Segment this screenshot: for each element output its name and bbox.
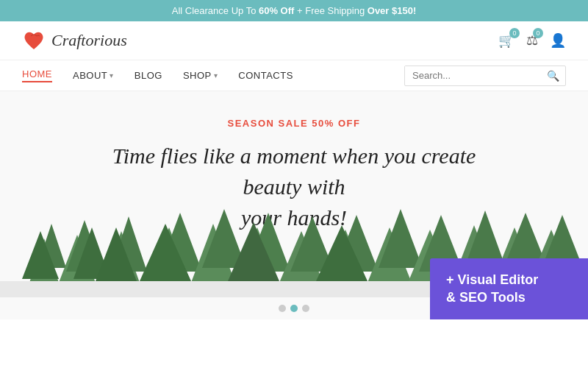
top-banner: All Clearance Up To 60% Off + Free Shipp…: [0, 0, 588, 21]
header-icons: 🛒 0 ⚖ 0 👤: [498, 32, 566, 49]
nav-shop[interactable]: SHOP ▾: [183, 70, 218, 81]
banner-highlight2: Over $150!: [368, 5, 417, 16]
cart-icon-wrap[interactable]: 🛒 0: [498, 32, 514, 49]
user-icon-wrap[interactable]: 👤: [550, 32, 566, 49]
carousel-dots: [279, 305, 309, 312]
nav-about[interactable]: ABOUT ▾: [73, 70, 114, 81]
user-icon: 👤: [550, 33, 566, 48]
shop-dropdown-arrow: ▾: [214, 71, 218, 79]
nav-contacts[interactable]: CONTACTS: [238, 70, 293, 81]
hero-section: SEASON SALE 50% OFF Time flies like a mo…: [0, 91, 588, 319]
nav-blog[interactable]: BLOG: [135, 70, 162, 81]
visual-editor-badge[interactable]: + Visual Editor & SEO Tools: [430, 258, 588, 319]
banner-text: All Clearance Up To 60% Off + Free Shipp…: [172, 5, 417, 16]
ve-badge-line2: & SEO Tools: [446, 290, 526, 305]
compare-icon-wrap[interactable]: ⚖ 0: [526, 32, 538, 49]
search-bar: 🔍: [404, 66, 566, 86]
site-header: Craftorious 🛒 0 ⚖ 0 👤: [0, 21, 588, 60]
compare-badge: 0: [533, 28, 543, 38]
ve-badge-line1: + Visual Editor: [446, 272, 538, 287]
search-button[interactable]: 🔍: [541, 66, 565, 85]
navigation-bar: HOME ABOUT ▾ BLOG SHOP ▾ CONTACTS 🔍: [0, 60, 588, 91]
carousel-dot-3[interactable]: [302, 305, 309, 312]
logo-text: Craftorious: [51, 31, 127, 50]
logo[interactable]: Craftorious: [22, 29, 127, 52]
carousel-dot-1[interactable]: [279, 305, 286, 312]
cart-badge: 0: [509, 28, 520, 38]
nav-home[interactable]: HOME: [22, 68, 52, 82]
nav-links: HOME ABOUT ▾ BLOG SHOP ▾ CONTACTS: [22, 68, 293, 82]
carousel-dot-2[interactable]: [290, 305, 298, 312]
about-dropdown-arrow: ▾: [110, 71, 114, 79]
search-input[interactable]: [405, 66, 541, 85]
banner-highlight1: 60% Off: [259, 5, 294, 16]
season-sale-label: SEASON SALE 50% OFF: [228, 118, 361, 129]
logo-icon: [22, 29, 46, 52]
